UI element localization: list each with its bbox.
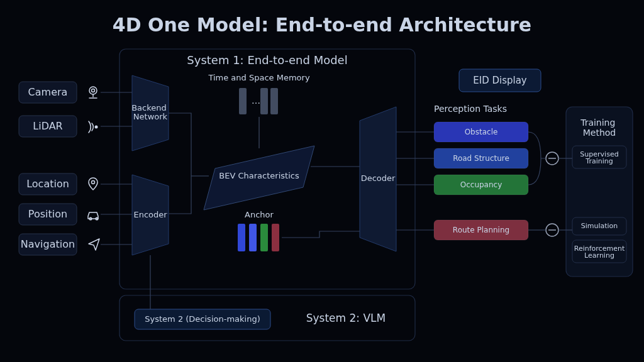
task-obstacle: Obstacle (434, 122, 528, 142)
anchor-block: Anchor (238, 210, 279, 251)
svg-point-6 (95, 126, 98, 129)
task-occupancy: Occupancy (434, 175, 528, 195)
svg-rect-30 (260, 224, 268, 251)
svg-text:Obstacle: Obstacle (465, 128, 498, 136)
car-icon (88, 212, 98, 220)
svg-text:Decoder: Decoder (361, 173, 396, 183)
navigation-icon (89, 239, 99, 250)
system2-box: System 2 (Decision-making) (135, 309, 270, 329)
perception-tasks-title: Perception Tasks (434, 104, 507, 114)
memory-block: Time and Space Memory … (208, 73, 309, 114)
decoder-block: Decoder (360, 107, 396, 251)
svg-rect-23 (260, 88, 268, 114)
svg-text:Road Structure: Road Structure (453, 154, 509, 163)
svg-text:Position: Position (28, 208, 67, 220)
minus-icon-route (546, 224, 558, 236)
svg-point-3 (92, 89, 95, 92)
svg-text:BEV Characteristics: BEV Characteristics (219, 171, 299, 180)
svg-rect-24 (270, 88, 278, 114)
encoder-block: Encoder (132, 175, 169, 255)
svg-text:…: … (252, 96, 260, 106)
svg-text:System 2 (Decision-making): System 2 (Decision-making) (145, 314, 260, 324)
svg-text:Occupancy: Occupancy (460, 180, 502, 189)
svg-point-9 (92, 181, 95, 184)
svg-rect-28 (238, 224, 245, 251)
svg-rect-29 (249, 224, 257, 251)
input-position: Position (19, 204, 98, 225)
lidar-icon (89, 121, 98, 133)
svg-text:SupervisedTraining: SupervisedTraining (580, 150, 618, 165)
task-route-planning: Route Planning (434, 220, 528, 240)
camera-icon (89, 87, 97, 98)
svg-text:Encoder: Encoder (133, 210, 167, 219)
inputs-column: Camera LiDAR Location (19, 82, 99, 255)
svg-text:Route Planning: Route Planning (453, 226, 509, 234)
minus-icon-perception (546, 152, 558, 165)
input-navigation: Navigation (19, 234, 99, 255)
svg-point-2 (89, 87, 97, 94)
svg-text:Camera: Camera (28, 86, 68, 98)
input-lidar: LiDAR (19, 116, 98, 137)
svg-rect-31 (272, 224, 279, 251)
svg-text:LiDAR: LiDAR (33, 120, 62, 132)
svg-text:Location: Location (26, 178, 69, 190)
svg-text:EID Display: EID Display (473, 75, 527, 86)
eid-display: EID Display (459, 69, 541, 92)
svg-rect-21 (239, 88, 247, 114)
system1-title: System 1: End-to-end Model (187, 53, 347, 67)
input-location: Location (19, 173, 97, 195)
page-title: 4D One Model: End-to-end Architecture (113, 14, 531, 36)
input-camera: Camera (19, 82, 97, 103)
svg-text:Simulation: Simulation (581, 222, 618, 230)
system2-title: System 2: VLM (306, 312, 386, 324)
svg-text:Backend
      Network: Backend Network (131, 103, 169, 121)
backend-network-block: Backend Network (131, 75, 169, 151)
svg-text:Time and Space Memory: Time and Space Memory (208, 73, 309, 82)
svg-text:Navigation: Navigation (21, 238, 75, 250)
bev-block: BEV Characteristics (204, 146, 314, 210)
location-icon (89, 178, 97, 190)
training-method-title: Training Method (580, 118, 618, 138)
task-road-structure: Road Structure (434, 148, 528, 168)
svg-text:Anchor: Anchor (245, 210, 274, 219)
